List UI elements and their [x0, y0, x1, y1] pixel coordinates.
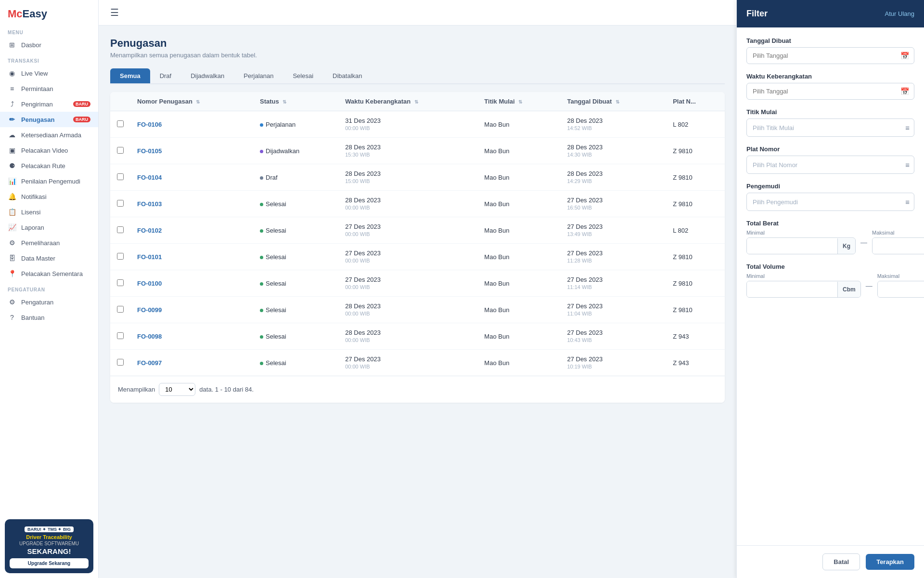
- max-volume-input[interactable]: [878, 281, 924, 297]
- sidebar-item-bantuan[interactable]: ? Bantuan: [0, 310, 98, 325]
- page-title: Penugasan: [110, 37, 725, 50]
- nomor-penugasan-cell[interactable]: FO-0106: [130, 111, 253, 138]
- nomor-penugasan-cell[interactable]: FO-0101: [130, 244, 253, 270]
- col-status[interactable]: Status ⇅: [253, 92, 338, 111]
- titik-cell: Mao Bun: [477, 323, 560, 350]
- sidebar-item-ketersediaan-armada[interactable]: ☁ Ketersediaan Armada: [0, 127, 98, 143]
- promo-upgrade-button[interactable]: Upgrade Sekarang: [10, 558, 89, 568]
- hamburger-menu[interactable]: ☰: [110, 7, 119, 18]
- per-page-select[interactable]: 10 25 50 100: [159, 383, 195, 396]
- row-checkbox[interactable]: [117, 226, 124, 233]
- dasbor-icon: ⊞: [8, 41, 16, 49]
- nomor-penugasan-cell[interactable]: FO-0103: [130, 191, 253, 217]
- sidebar-item-pelacakan-video[interactable]: ▣ Pelacakan Video: [0, 143, 98, 158]
- row-checkbox[interactable]: [117, 359, 124, 366]
- tab-perjalanan[interactable]: Perjalanan: [234, 68, 283, 83]
- tab-semua[interactable]: Semua: [110, 68, 150, 83]
- batal-button[interactable]: Batal: [822, 553, 860, 570]
- nomor-penugasan-cell[interactable]: FO-0099: [130, 297, 253, 323]
- filter-reset-button[interactable]: Atur Ulang: [885, 10, 914, 17]
- plat-cell: Z 943: [666, 350, 725, 376]
- row-checkbox[interactable]: [117, 173, 124, 180]
- row-checkbox[interactable]: [117, 253, 124, 260]
- penugasan-table: Nomor Penugasan ⇅ Status ⇅ Waktu Keberan…: [110, 92, 725, 376]
- status-cell: Selesai: [253, 270, 338, 297]
- row-checkbox[interactable]: [117, 200, 124, 207]
- sidebar-item-laporan[interactable]: 📈 Laporan: [0, 220, 98, 235]
- data-master-icon: 🗄: [8, 254, 16, 262]
- sidebar-item-pelacakan-rute[interactable]: ⚈ Pelacakan Rute: [0, 158, 98, 173]
- nomor-penugasan-cell[interactable]: FO-0098: [130, 323, 253, 350]
- titik-mulai-input[interactable]: Pilih Titik Mulai: [746, 118, 914, 137]
- min-berat-input[interactable]: [747, 238, 837, 254]
- sidebar-item-pelacakan-sementara[interactable]: 📍 Pelacakan Sementara: [0, 266, 98, 281]
- nomor-penugasan-cell[interactable]: FO-0100: [130, 270, 253, 297]
- permintaan-icon: ≡: [8, 85, 16, 92]
- row-checkbox[interactable]: [117, 306, 124, 313]
- col-tanggal-dibuat[interactable]: Tanggal Dibuat ⇅: [560, 92, 666, 111]
- sidebar-item-data-master[interactable]: 🗄 Data Master: [0, 250, 98, 266]
- nomor-penugasan-cell[interactable]: FO-0105: [130, 138, 253, 164]
- sidebar-item-dasbor[interactable]: ⊞ Dasbor: [0, 37, 98, 53]
- sidebar-item-pengaturan[interactable]: ⚙ Pengaturan: [0, 294, 98, 310]
- status-cell: Draf: [253, 164, 338, 191]
- show-label: Menampilkan: [118, 386, 155, 393]
- sidebar-item-lisensi[interactable]: 📋 Lisensi: [0, 204, 98, 220]
- sidebar-item-label: Bantuan: [21, 314, 44, 321]
- sidebar-item-label: Pemeliharaan: [21, 239, 60, 247]
- row-checkbox-cell: [110, 323, 130, 350]
- row-checkbox[interactable]: [117, 279, 124, 286]
- row-checkbox[interactable]: [117, 332, 124, 339]
- total-berat-label: Total Berat: [746, 220, 914, 227]
- list-icon-titik: ≡: [905, 124, 910, 132]
- sidebar-item-permintaan[interactable]: ≡ Permintaan: [0, 81, 98, 96]
- menu-section-label: MENU: [0, 24, 98, 37]
- plat-nomor-label: Plat Nomor: [746, 145, 914, 153]
- titik-cell: Mao Bun: [477, 111, 560, 138]
- col-nomor-penugasan[interactable]: Nomor Penugasan ⇅: [130, 92, 253, 111]
- min-volume-input[interactable]: [747, 281, 837, 297]
- tab-selesai[interactable]: Selesai: [283, 68, 323, 83]
- rute-icon: ⚈: [8, 162, 16, 170]
- col-waktu-keberangkatan[interactable]: Waktu Keberangkatan ⇅: [338, 92, 477, 111]
- status-dot: [260, 150, 263, 153]
- row-checkbox[interactable]: [117, 120, 124, 127]
- sidebar-item-notifikasi[interactable]: 🔔 Notifikasi: [0, 189, 98, 204]
- nomor-penugasan-cell[interactable]: FO-0097: [130, 350, 253, 376]
- sidebar-item-penilaian-pengemudi[interactable]: 📊 Penilaian Pengemudi: [0, 173, 98, 189]
- armada-icon: ☁: [8, 131, 16, 139]
- logo-mc: Mc: [8, 8, 23, 20]
- penilaian-icon: 📊: [8, 177, 16, 185]
- tanggal-dibuat-input[interactable]: [746, 47, 914, 64]
- plat-nomor-input[interactable]: Pilih Plat Nomor: [746, 156, 914, 174]
- sidebar-item-pemeliharaan[interactable]: ⚙ Pemeliharaan: [0, 235, 98, 250]
- status-cell: Selesai: [253, 244, 338, 270]
- terapkan-button[interactable]: Terapkan: [866, 554, 914, 570]
- tab-dibatalkan[interactable]: Dibatalkan: [323, 68, 372, 83]
- sidebar-item-label: Pengiriman: [21, 101, 53, 108]
- waktu-cell: 28 Des 202300:00 WIB: [338, 191, 477, 217]
- logo-easy: Easy: [23, 8, 47, 20]
- nomor-penugasan-cell[interactable]: FO-0104: [130, 164, 253, 191]
- video-icon: ▣: [8, 146, 16, 154]
- status-cell: Selesai: [253, 297, 338, 323]
- promo-section: BARU! ✦ TMS ✦ BIG Driver Traceability UP…: [0, 514, 98, 578]
- waktu-cell: 28 Des 202300:00 WIB: [338, 297, 477, 323]
- sidebar-item-live-view[interactable]: ◉ Live View: [0, 66, 98, 81]
- tab-dijadwalkan[interactable]: Dijadwalkan: [181, 68, 234, 83]
- pengiriman-badge: BARU: [73, 101, 90, 107]
- pengemudi-input[interactable]: Pilih Pengemudi: [746, 193, 914, 211]
- nomor-penugasan-cell[interactable]: FO-0102: [130, 217, 253, 244]
- row-checkbox-cell: [110, 244, 130, 270]
- row-checkbox[interactable]: [117, 147, 124, 154]
- col-titik-mulai[interactable]: Titik Mulai ⇅: [477, 92, 560, 111]
- plat-cell: Z 9810: [666, 138, 725, 164]
- titik-cell: Mao Bun: [477, 270, 560, 297]
- tab-draf[interactable]: Draf: [150, 68, 181, 83]
- max-berat-input[interactable]: [873, 238, 924, 254]
- sidebar-item-pengiriman[interactable]: ⤴ Pengiriman BARU: [0, 96, 98, 112]
- sidebar-item-penugasan[interactable]: ✏ Penugasan BARU: [0, 112, 98, 127]
- promo-sekarang-label: SEKARANG!: [10, 547, 89, 555]
- titik-cell: Mao Bun: [477, 244, 560, 270]
- waktu-keberangkatan-input[interactable]: [746, 83, 914, 100]
